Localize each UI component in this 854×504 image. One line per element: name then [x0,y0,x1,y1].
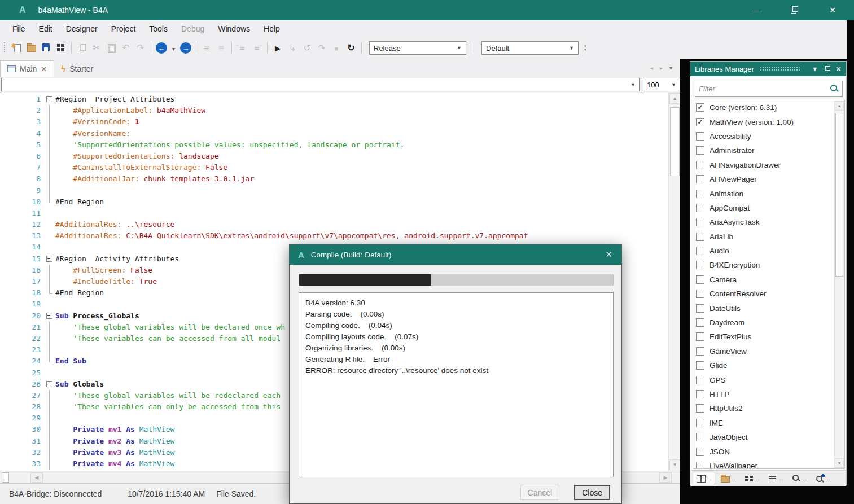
library-item[interactable]: GPS [693,372,844,387]
library-item[interactable]: HttpUtils2 [693,401,844,415]
library-item[interactable]: IME [693,416,844,430]
panel-tab-files[interactable]: .. [717,472,739,485]
code-line[interactable]: 4 #VersionName: [0,128,668,139]
unchecked-checkbox[interactable] [696,290,704,298]
library-item[interactable]: GameView [693,344,844,358]
scroll-down-icon[interactable]: ▼ [835,458,844,468]
menu-tools[interactable]: Tools [142,22,174,36]
search-icon[interactable] [830,84,839,93]
tab-scroll-right-icon[interactable]: ▸ [660,65,663,71]
run-icon[interactable] [272,42,283,54]
library-item[interactable]: Administrator [693,143,844,157]
code-line[interactable]: 13#AdditionalRes: C:\B4A-Quicklearn\SDK\… [0,230,668,242]
package-icon[interactable] [55,42,67,54]
toolbar-grip[interactable] [3,42,6,54]
tab-main[interactable]: Main ✕ [0,60,54,77]
panel-tab-modules[interactable]: .. [741,472,763,485]
scroll-right-icon[interactable]: ▶ [659,472,672,483]
editor-vertical-scrollbar[interactable]: ▲ ▼ [668,93,680,471]
library-list-scrollbar[interactable]: ▲ ▼ [834,101,844,468]
tab-scroll-left-icon[interactable]: ◂ [650,65,653,71]
menu-edit[interactable]: Edit [32,22,59,36]
scroll-down-icon[interactable]: ▼ [669,459,680,470]
unchecked-checkbox[interactable] [696,376,704,384]
library-item[interactable]: AHViewPager [693,172,844,186]
zoom-dropdown[interactable]: 100 ▼ [643,78,680,91]
unchecked-checkbox[interactable] [696,361,704,370]
code-line[interactable]: 1#Region Project Attributes [0,94,668,105]
tab-starter[interactable]: ϟ Starter [54,60,100,77]
nav-forward-icon[interactable] [180,42,191,54]
new-file-icon[interactable] [11,42,23,54]
library-item[interactable]: JavaObject [693,430,844,444]
code-line[interactable]: 8 #AdditionalJar: chunk-templates-3.0.1.… [0,173,668,185]
unchecked-checkbox[interactable] [696,132,704,141]
unchecked-checkbox[interactable] [696,462,704,469]
library-item[interactable]: LiveWallpaper [693,459,844,469]
library-item[interactable]: AHNavigationDrawer [693,158,844,172]
panel-tab-references[interactable]: .. [812,472,834,485]
unchecked-checkbox[interactable] [696,419,704,427]
save-icon[interactable] [41,42,52,54]
library-item[interactable]: AriaAsyncTask [693,215,844,229]
checked-checkbox[interactable]: ✓ [696,103,704,112]
close-dialog-button[interactable]: Close [574,485,610,500]
library-item[interactable]: Accessibility [693,129,844,143]
code-line[interactable]: 2 #ApplicationLabel: b4aMathView [0,105,668,116]
unchecked-checkbox[interactable] [696,433,704,441]
library-item[interactable]: Animation [693,186,844,200]
unchecked-checkbox[interactable] [696,404,704,413]
code-line[interactable]: 5 'SupportedOrientations possible values… [0,139,668,151]
library-item[interactable]: DateUtils [693,301,844,315]
menu-designer[interactable]: Designer [59,22,104,36]
library-item[interactable]: ContentResolver [693,287,844,301]
menu-file[interactable]: File [6,22,32,36]
panel-tab-find[interactable]: .. [789,472,810,485]
unchecked-checkbox[interactable] [696,190,704,198]
unchecked-checkbox[interactable] [696,175,704,183]
code-line[interactable]: 11 [0,208,668,219]
fold-collapse-icon[interactable] [45,310,55,322]
unchecked-checkbox[interactable] [696,448,704,456]
libraries-panel-header[interactable]: Libraries Manager ▼ ✕ [690,62,846,76]
restore-button[interactable] [787,6,801,15]
library-item[interactable]: AppCompat [693,201,844,215]
caret-icon[interactable] [170,42,177,54]
unchecked-checkbox[interactable] [696,304,704,313]
library-item[interactable]: HTTP [693,387,844,401]
build-config-dropdown[interactable]: Default [481,41,579,55]
build-mode-dropdown[interactable]: Release [369,41,466,55]
rebuild-icon[interactable] [345,42,357,54]
checked-checkbox[interactable]: ✓ [696,118,704,126]
panel-drag-grip[interactable] [760,67,800,71]
library-item[interactable]: ✓Core (version: 6.31) [693,100,844,115]
fold-collapse-icon[interactable] [45,253,55,265]
unchecked-checkbox[interactable] [696,218,704,226]
unchecked-checkbox[interactable] [696,332,704,341]
library-item[interactable]: Camera [693,273,844,287]
unchecked-checkbox[interactable] [696,247,704,255]
unchecked-checkbox[interactable] [696,146,704,155]
code-line[interactable]: 6 #SupportedOrientations: landscape [0,151,668,162]
unchecked-checkbox[interactable] [696,261,704,269]
library-item[interactable]: Glide [693,358,844,372]
filter-input[interactable] [699,85,830,93]
close-button[interactable]: ✕ [826,6,839,15]
library-item[interactable]: JSON [693,444,844,458]
panel-menu-caret-icon[interactable]: ▼ [812,65,818,72]
scroll-up-icon[interactable]: ▲ [669,93,680,104]
code-line[interactable]: 3 #VersionCode: 1 [0,116,668,128]
dialog-close-icon[interactable]: ✕ [605,249,612,260]
library-item[interactable]: Audio [693,244,844,258]
library-item[interactable]: B4XEncryption [693,258,844,272]
menu-help[interactable]: Help [257,22,287,36]
panel-tab-libraries[interactable]: .. [693,472,715,485]
dialog-title-bar[interactable]: A Compile (Build: Default) ✕ [290,244,621,265]
fold-collapse-icon[interactable] [45,379,55,390]
code-line[interactable]: 10#End Region [0,196,668,208]
member-navigation-dropdown[interactable]: ▼ [1,78,640,91]
code-line[interactable]: 7 #CanInstallToExternalStorage: False [0,162,668,173]
toolbar-overflow-button[interactable] [584,45,586,51]
library-item[interactable]: EditTextPlus [693,330,844,344]
scroll-left-icon[interactable]: ◀ [30,472,43,483]
